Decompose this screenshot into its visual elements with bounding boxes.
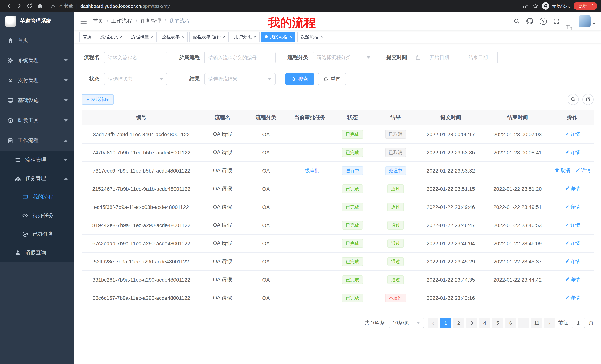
caret-down-icon[interactable] <box>592 23 596 25</box>
next-page-button[interactable]: › <box>544 318 555 328</box>
task-link[interactable]: 一级审批 <box>300 167 320 174</box>
table-search-button[interactable] <box>568 94 579 105</box>
detail-link[interactable]: 详情 <box>575 167 591 174</box>
sidebar-item-leave-query[interactable]: 请假查询 <box>0 243 74 262</box>
breadcrumb-item[interactable]: 工作流程 <box>111 18 132 25</box>
detail-link[interactable]: 详情 <box>565 131 580 138</box>
cell-status: 已完成 <box>331 252 373 271</box>
detail-link[interactable]: 详情 <box>565 185 580 192</box>
cancel-link[interactable]: 取消 <box>554 167 570 174</box>
sidebar-item-payment[interactable]: ¥ 支付管理 <box>0 70 74 91</box>
cell-submit-time: 2022-01-22 23:46:47 <box>418 216 484 234</box>
browser-forward-icon[interactable] <box>14 1 25 11</box>
page-button[interactable]: 3 <box>466 318 477 328</box>
hamburger-icon[interactable] <box>74 12 93 30</box>
detail-link[interactable]: 详情 <box>565 204 580 211</box>
star-icon[interactable] <box>532 3 538 9</box>
address-bar[interactable]: 不安全 | dashboard.yudao.iocoder.cn/bpm/tas… <box>50 3 523 9</box>
submit-time-range[interactable]: 开始日期 - 结束日期 <box>411 52 498 63</box>
result-select[interactable]: 请选择流结果 <box>204 73 276 85</box>
tab[interactable]: 流程表单-编辑 × <box>190 31 229 42</box>
cell-process-name: OA 请假 <box>201 180 244 198</box>
github-icon[interactable] <box>523 12 536 30</box>
detail-link[interactable]: 详情 <box>565 240 580 247</box>
sidebar-item-system[interactable]: 系统管理 <box>0 50 74 70</box>
close-icon[interactable]: × <box>223 35 225 39</box>
security-label[interactable]: 不安全 <box>59 3 73 9</box>
font-size-icon[interactable]: TT <box>563 12 576 30</box>
header-search-icon[interactable] <box>510 12 523 30</box>
create-process-button[interactable]: + 发起流程 <box>82 94 114 105</box>
help-icon[interactable]: ? <box>536 12 550 30</box>
sidebar-item-my-process[interactable]: 我的流程 <box>0 188 74 206</box>
sidebar-item-done-tasks[interactable]: 已办任务 <box>0 225 74 243</box>
search-button[interactable]: 搜索 <box>285 73 314 85</box>
cell-operations: 取消 详情 <box>551 180 594 198</box>
reset-button[interactable]: 重置 <box>318 73 346 85</box>
browser-menu-icon[interactable]: ⋮ <box>590 3 595 9</box>
close-icon[interactable]: × <box>254 35 256 39</box>
detail-link[interactable]: 详情 <box>565 222 580 229</box>
browser-home-icon[interactable] <box>35 1 45 11</box>
detail-link[interactable]: 详情 <box>565 258 580 265</box>
page-button[interactable]: 6 <box>505 318 516 328</box>
tab[interactable]: 流程模型 × <box>128 31 157 42</box>
avatar[interactable] <box>579 15 591 27</box>
close-icon[interactable]: × <box>289 35 292 39</box>
detail-link[interactable]: 详情 <box>565 149 580 156</box>
page-size-select[interactable]: 10条/页 <box>389 318 424 328</box>
sidebar-item-process-mgmt[interactable]: 流程管理 <box>0 151 74 169</box>
key-icon[interactable] <box>523 3 529 9</box>
sidebar-item-dev-tools[interactable]: 研发工具 <box>0 111 74 131</box>
table-refresh-button[interactable] <box>582 94 594 105</box>
page-button[interactable]: 11 <box>531 318 542 328</box>
tab[interactable]: 首页 × <box>80 31 95 42</box>
tab[interactable]: 发起流程 × <box>297 31 326 42</box>
sidebar-item-todo-tasks[interactable]: 待办任务 <box>0 206 74 225</box>
sidebar-item-infra[interactable]: 基础设施 <box>0 91 74 111</box>
page-button[interactable]: 5 <box>492 318 503 328</box>
chevron-up-icon <box>64 177 68 180</box>
page-button[interactable]: 2 <box>453 318 464 328</box>
tab[interactable]: 流程定义 × <box>97 31 126 42</box>
detail-link[interactable]: 详情 <box>565 277 580 283</box>
close-icon[interactable]: × <box>151 35 153 39</box>
fullscreen-icon[interactable] <box>550 12 563 30</box>
refresh-icon <box>585 97 591 102</box>
tab[interactable]: 流程表单 × <box>159 31 188 42</box>
sidebar-item-home[interactable]: 首页 <box>0 30 74 50</box>
breadcrumb-item[interactable]: 首页 <box>93 18 103 25</box>
sidebar-item-workflow[interactable]: 工作流程 <box>0 131 74 151</box>
tab[interactable]: 我的流程 × <box>261 31 295 42</box>
close-icon[interactable]: × <box>182 35 184 39</box>
logo[interactable]: 芋道管理系统 <box>0 12 74 30</box>
sidebar-item-task-mgmt[interactable]: 任务管理 <box>0 169 74 188</box>
cell-status: 已完成 <box>331 125 373 144</box>
status-select[interactable]: 请选择状态 <box>104 73 167 85</box>
update-button[interactable]: 更新 ⋮ <box>573 2 597 10</box>
tab[interactable]: 用户分组 × <box>231 31 260 42</box>
nodes-icon <box>15 175 21 182</box>
process-def-input[interactable] <box>204 52 276 63</box>
edit-icon <box>565 132 570 137</box>
list-icon <box>15 157 21 163</box>
edit-icon <box>565 277 570 282</box>
page-button[interactable]: 1 <box>440 318 451 328</box>
prev-page-button[interactable]: ‹ <box>428 318 438 328</box>
page-button[interactable]: 4 <box>479 318 490 328</box>
start-date-placeholder: 开始日期 <box>424 54 455 61</box>
table-row: 67c2eaab-7b9a-11ec-a290-acde48001122 OA … <box>82 234 594 252</box>
breadcrumb-item[interactable]: 任务管理 <box>140 18 161 25</box>
check-circle-icon <box>22 231 28 237</box>
cell-operations: 取消 详情 <box>551 125 594 144</box>
process-name-input[interactable] <box>104 52 167 63</box>
goto-page-input[interactable] <box>572 318 585 328</box>
detail-link[interactable]: 详情 <box>565 295 580 301</box>
tab-label: 流程表单-编辑 <box>193 34 221 40</box>
browser-back-icon[interactable] <box>4 1 14 11</box>
category-select[interactable]: 请选择流程分类 <box>313 52 374 63</box>
close-icon[interactable]: × <box>320 35 323 39</box>
browser-reload-icon[interactable] <box>25 1 35 11</box>
close-icon[interactable]: × <box>120 35 123 39</box>
page-button[interactable]: ··· <box>518 318 529 328</box>
